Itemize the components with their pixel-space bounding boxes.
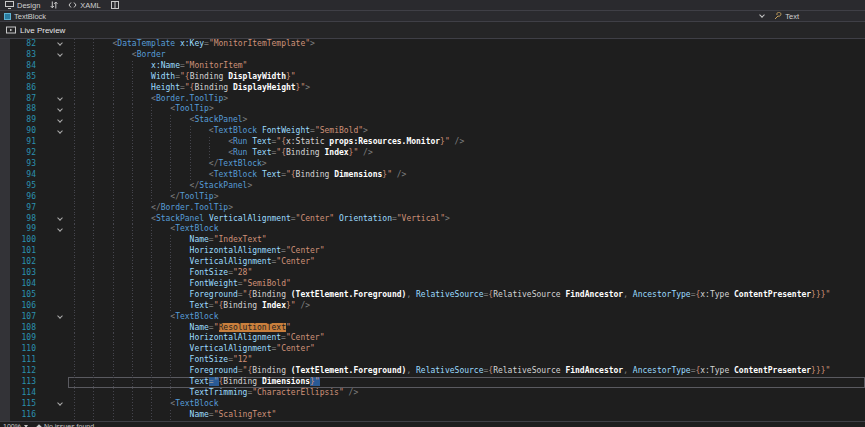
breakpoint-margin[interactable]: [0, 333, 10, 344]
code-line-text[interactable]: Name="IndexText": [68, 235, 865, 246]
code-line-text[interactable]: Name="ScalingText": [68, 410, 865, 421]
fold-column[interactable]: [52, 126, 68, 137]
code-line[interactable]: 93 </TextBlock>: [0, 159, 865, 170]
breakpoint-margin[interactable]: [0, 388, 10, 399]
code-line[interactable]: 98 <StackPanel VerticalAlignment="Center…: [0, 214, 865, 225]
code-line[interactable]: 108 Name="ResolutionText": [0, 323, 865, 334]
code-line-text[interactable]: FontSize="28": [68, 268, 865, 279]
code-line-text[interactable]: VerticalAlignment="Center": [68, 257, 865, 268]
fold-column[interactable]: [52, 224, 68, 235]
code-line-text[interactable]: Foreground="{Binding (TextElement.Foregr…: [68, 290, 865, 301]
breakpoint-margin[interactable]: [0, 104, 10, 115]
code-line-text[interactable]: x:Name="MonitorItem": [68, 61, 865, 72]
fold-column[interactable]: [52, 94, 68, 105]
code-line[interactable]: 115 <TextBlock: [0, 399, 865, 410]
code-line-text[interactable]: </ToolTip>: [68, 192, 865, 203]
breakpoint-margin[interactable]: [0, 301, 10, 312]
live-preview-tab[interactable]: Live Preview: [6, 26, 65, 35]
code-line-text[interactable]: TextTrimming="CharacterEllipsis" />: [68, 388, 865, 399]
code-line[interactable]: 85 Width="{Binding DisplayWidth}": [0, 72, 865, 83]
breakpoint-margin[interactable]: [0, 214, 10, 225]
code-line[interactable]: 99 <TextBlock: [0, 224, 865, 235]
code-line-text[interactable]: Text="{Binding Index}" />: [68, 301, 865, 312]
code-line[interactable]: 101 HorizontalAlignment="Center": [0, 246, 865, 257]
code-line[interactable]: 100 Name="IndexText": [0, 235, 865, 246]
element-breadcrumb[interactable]: TextBlock: [4, 12, 46, 21]
code-line[interactable]: 109 HorizontalAlignment="Center": [0, 333, 865, 344]
breakpoint-margin[interactable]: [0, 181, 10, 192]
breakpoint-margin[interactable]: [0, 399, 10, 410]
code-line-text[interactable]: <TextBlock FontWeight="SemiBold">: [68, 126, 865, 137]
code-line[interactable]: 106 Text="{Binding Index}" />: [0, 301, 865, 312]
breakpoint-margin[interactable]: [0, 61, 10, 72]
code-line[interactable]: 92 <Run Text="{Binding Index}" />: [0, 148, 865, 159]
breakpoint-margin[interactable]: [0, 410, 10, 421]
code-line-text[interactable]: Width="{Binding DisplayWidth}": [68, 72, 865, 83]
breakpoint-margin[interactable]: [0, 115, 10, 126]
breakpoint-margin[interactable]: [0, 50, 10, 61]
breakpoint-margin[interactable]: [0, 377, 10, 388]
code-line[interactable]: 111 FontSize="12": [0, 355, 865, 366]
code-line[interactable]: 95 </StackPanel>: [0, 181, 865, 192]
code-line-text[interactable]: Height="{Binding DisplayHeight}">: [68, 83, 865, 94]
breakpoint-margin[interactable]: [0, 126, 10, 137]
code-line[interactable]: 112 Foreground="{Binding (TextElement.Fo…: [0, 366, 865, 377]
code-line-text[interactable]: <TextBlock: [68, 312, 865, 323]
breakpoint-margin[interactable]: [0, 192, 10, 203]
fold-chevron-icon[interactable]: [57, 128, 63, 134]
code-line[interactable]: 107 <TextBlock: [0, 312, 865, 323]
code-line-text[interactable]: </Border.ToolTip>: [68, 203, 865, 214]
code-editor[interactable]: 82 <DataTemplate x:Key="MonitorItemTempl…: [0, 39, 865, 421]
fold-chevron-icon[interactable]: [57, 313, 63, 319]
breakpoint-margin[interactable]: [0, 344, 10, 355]
zoom-control[interactable]: 100%: [3, 423, 28, 427]
fold-chevron-icon[interactable]: [57, 215, 63, 221]
fold-chevron-icon[interactable]: [57, 226, 63, 232]
breakpoint-margin[interactable]: [0, 268, 10, 279]
breakpoint-margin[interactable]: [0, 312, 10, 323]
code-line[interactable]: 83 <Border: [0, 50, 865, 61]
code-line-text[interactable]: <TextBlock: [68, 224, 865, 235]
fold-chevron-icon[interactable]: [57, 52, 63, 58]
code-line[interactable]: 114 TextTrimming="CharacterEllipsis" />: [0, 388, 865, 399]
fold-column[interactable]: [52, 39, 68, 50]
fold-column[interactable]: [52, 115, 68, 126]
fold-column[interactable]: [52, 214, 68, 225]
health-indicator[interactable]: No issues found: [37, 423, 94, 427]
code-line-text[interactable]: HorizontalAlignment="Center": [68, 246, 865, 257]
fold-chevron-icon[interactable]: [57, 106, 63, 112]
code-line-text[interactable]: Text="{Binding Dimensions}": [68, 377, 865, 388]
code-line-text[interactable]: <TextBlock: [68, 399, 865, 410]
breakpoint-margin[interactable]: [0, 72, 10, 83]
code-line[interactable]: 104 FontWeight="SemiBold": [0, 279, 865, 290]
code-line-text[interactable]: <DataTemplate x:Key="MonitorItemTemplate…: [68, 39, 865, 50]
code-line-text[interactable]: VerticalAlignment="Center": [68, 344, 865, 355]
breakpoint-margin[interactable]: [0, 224, 10, 235]
code-line-text[interactable]: <Border: [68, 50, 865, 61]
code-line[interactable]: 103 FontSize="28": [0, 268, 865, 279]
fold-column[interactable]: [52, 399, 68, 410]
code-line[interactable]: 97 </Border.ToolTip>: [0, 203, 865, 214]
code-line-text[interactable]: FontWeight="SemiBold": [68, 279, 865, 290]
code-line-text[interactable]: Foreground="{Binding (TextElement.Foregr…: [68, 366, 865, 377]
code-line[interactable]: 110 VerticalAlignment="Center": [0, 344, 865, 355]
code-line-text[interactable]: <Run Text="{x:Static props:Resources.Mon…: [68, 137, 865, 148]
breakpoint-margin[interactable]: [0, 290, 10, 301]
breakpoint-margin[interactable]: [0, 148, 10, 159]
breakpoint-margin[interactable]: [0, 94, 10, 105]
swap-panes-button[interactable]: [48, 0, 60, 10]
code-line[interactable]: 86 Height="{Binding DisplayHeight}">: [0, 83, 865, 94]
code-line[interactable]: 82 <DataTemplate x:Key="MonitorItemTempl…: [0, 39, 865, 50]
fold-chevron-icon[interactable]: [57, 401, 63, 407]
breakpoint-margin[interactable]: [0, 39, 10, 50]
breakpoint-margin[interactable]: [0, 203, 10, 214]
code-line-text[interactable]: <ToolTip>: [68, 104, 865, 115]
code-line[interactable]: 88 <ToolTip>: [0, 104, 865, 115]
design-tab[interactable]: Design: [3, 0, 42, 10]
code-line[interactable]: 116 Name="ScalingText": [0, 410, 865, 421]
breakpoint-margin[interactable]: [0, 235, 10, 246]
code-line-text[interactable]: <Run Text="{Binding Index}" />: [68, 148, 865, 159]
code-line-text[interactable]: HorizontalAlignment="Center": [68, 333, 865, 344]
breakpoint-margin[interactable]: [0, 323, 10, 334]
code-line[interactable]: 89 <StackPanel>: [0, 115, 865, 126]
